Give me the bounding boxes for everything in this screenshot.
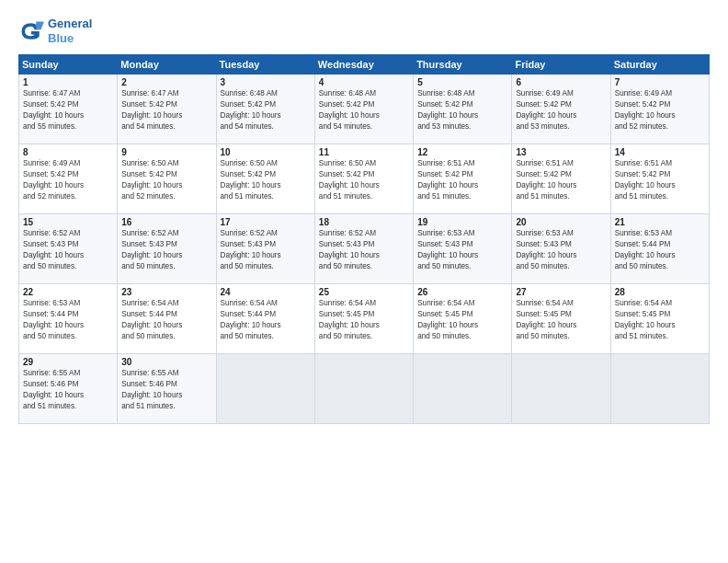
day-number: 3 (221, 77, 311, 87)
day-cell: 25Sunrise: 6:54 AM Sunset: 5:45 PM Dayli… (314, 284, 413, 354)
day-number: 13 (516, 147, 606, 157)
day-cell: 15Sunrise: 6:52 AM Sunset: 5:43 PM Dayli… (19, 214, 118, 284)
day-cell: 18Sunrise: 6:52 AM Sunset: 5:43 PM Dayli… (314, 214, 413, 284)
logo-text: General Blue (48, 17, 92, 45)
col-header-tuesday: Tuesday (216, 55, 314, 75)
day-number: 14 (615, 147, 705, 157)
day-cell: 17Sunrise: 6:52 AM Sunset: 5:43 PM Dayli… (216, 214, 314, 284)
day-info: Sunrise: 6:53 AM Sunset: 5:44 PM Dayligh… (23, 298, 113, 342)
day-number: 27 (516, 287, 606, 297)
day-number: 15 (23, 217, 113, 227)
day-cell: 26Sunrise: 6:54 AM Sunset: 5:45 PM Dayli… (414, 284, 512, 354)
day-number: 29 (23, 357, 113, 367)
day-info: Sunrise: 6:54 AM Sunset: 5:45 PM Dayligh… (615, 298, 705, 342)
day-number: 12 (417, 147, 507, 157)
day-cell: 19Sunrise: 6:53 AM Sunset: 5:43 PM Dayli… (414, 214, 512, 284)
day-info: Sunrise: 6:48 AM Sunset: 5:42 PM Dayligh… (417, 88, 507, 132)
calendar-table: SundayMondayTuesdayWednesdayThursdayFrid… (18, 54, 710, 424)
day-info: Sunrise: 6:55 AM Sunset: 5:46 PM Dayligh… (121, 368, 211, 412)
day-info: Sunrise: 6:54 AM Sunset: 5:44 PM Dayligh… (121, 298, 211, 342)
day-info: Sunrise: 6:50 AM Sunset: 5:42 PM Dayligh… (121, 158, 211, 202)
day-number: 25 (319, 287, 409, 297)
day-cell: 5Sunrise: 6:48 AM Sunset: 5:42 PM Daylig… (414, 75, 512, 144)
day-number: 23 (121, 287, 211, 297)
day-number: 1 (23, 77, 113, 87)
day-number: 4 (319, 77, 409, 87)
day-cell: 29Sunrise: 6:55 AM Sunset: 5:46 PM Dayli… (19, 354, 118, 424)
day-info: Sunrise: 6:51 AM Sunset: 5:42 PM Dayligh… (417, 158, 507, 202)
day-info: Sunrise: 6:54 AM Sunset: 5:44 PM Dayligh… (221, 298, 311, 342)
day-cell: 16Sunrise: 6:52 AM Sunset: 5:43 PM Dayli… (118, 214, 216, 284)
day-number: 5 (417, 77, 507, 87)
week-row-3: 15Sunrise: 6:52 AM Sunset: 5:43 PM Dayli… (19, 214, 710, 284)
day-info: Sunrise: 6:54 AM Sunset: 5:45 PM Dayligh… (417, 298, 507, 342)
day-cell: 22Sunrise: 6:53 AM Sunset: 5:44 PM Dayli… (19, 284, 118, 354)
day-info: Sunrise: 6:54 AM Sunset: 5:45 PM Dayligh… (319, 298, 409, 342)
header-row: SundayMondayTuesdayWednesdayThursdayFrid… (19, 55, 710, 75)
day-number: 11 (319, 147, 409, 157)
day-info: Sunrise: 6:52 AM Sunset: 5:43 PM Dayligh… (319, 228, 409, 272)
col-header-saturday: Saturday (610, 55, 709, 75)
day-cell: 12Sunrise: 6:51 AM Sunset: 5:42 PM Dayli… (414, 144, 512, 214)
day-cell: 7Sunrise: 6:49 AM Sunset: 5:42 PM Daylig… (610, 75, 709, 144)
day-info: Sunrise: 6:49 AM Sunset: 5:42 PM Dayligh… (516, 88, 606, 132)
col-header-friday: Friday (512, 55, 610, 75)
day-info: Sunrise: 6:52 AM Sunset: 5:43 PM Dayligh… (23, 228, 113, 272)
day-info: Sunrise: 6:54 AM Sunset: 5:45 PM Dayligh… (516, 298, 606, 342)
day-cell (610, 354, 709, 424)
day-number: 26 (417, 287, 507, 297)
day-info: Sunrise: 6:53 AM Sunset: 5:43 PM Dayligh… (417, 228, 507, 272)
day-info: Sunrise: 6:48 AM Sunset: 5:42 PM Dayligh… (319, 88, 409, 132)
day-cell: 24Sunrise: 6:54 AM Sunset: 5:44 PM Dayli… (216, 284, 314, 354)
day-number: 9 (121, 147, 211, 157)
day-cell: 9Sunrise: 6:50 AM Sunset: 5:42 PM Daylig… (118, 144, 216, 214)
day-cell: 1Sunrise: 6:47 AM Sunset: 5:42 PM Daylig… (19, 75, 118, 144)
day-cell: 11Sunrise: 6:50 AM Sunset: 5:42 PM Dayli… (314, 144, 413, 214)
day-number: 10 (221, 147, 311, 157)
day-cell: 21Sunrise: 6:53 AM Sunset: 5:44 PM Dayli… (610, 214, 709, 284)
day-info: Sunrise: 6:51 AM Sunset: 5:42 PM Dayligh… (516, 158, 606, 202)
col-header-thursday: Thursday (414, 55, 512, 75)
day-cell (512, 354, 610, 424)
day-number: 19 (417, 217, 507, 227)
day-info: Sunrise: 6:47 AM Sunset: 5:42 PM Dayligh… (23, 88, 113, 132)
day-cell (216, 354, 314, 424)
day-number: 7 (615, 77, 705, 87)
week-row-2: 8Sunrise: 6:49 AM Sunset: 5:42 PM Daylig… (19, 144, 710, 214)
col-header-monday: Monday (118, 55, 216, 75)
day-number: 17 (221, 217, 311, 227)
page: General Blue SundayMondayTuesdayWednesda… (0, 0, 728, 563)
day-cell (314, 354, 413, 424)
day-cell: 6Sunrise: 6:49 AM Sunset: 5:42 PM Daylig… (512, 75, 610, 144)
day-number: 8 (23, 147, 113, 157)
day-cell: 20Sunrise: 6:53 AM Sunset: 5:43 PM Dayli… (512, 214, 610, 284)
day-cell: 10Sunrise: 6:50 AM Sunset: 5:42 PM Dayli… (216, 144, 314, 214)
day-info: Sunrise: 6:47 AM Sunset: 5:42 PM Dayligh… (121, 88, 211, 132)
day-number: 22 (23, 287, 113, 297)
day-info: Sunrise: 6:55 AM Sunset: 5:46 PM Dayligh… (23, 368, 113, 412)
day-number: 18 (319, 217, 409, 227)
day-cell: 30Sunrise: 6:55 AM Sunset: 5:46 PM Dayli… (118, 354, 216, 424)
day-number: 30 (121, 357, 211, 367)
header: General Blue (18, 17, 710, 45)
day-cell (414, 354, 512, 424)
day-info: Sunrise: 6:48 AM Sunset: 5:42 PM Dayligh… (221, 88, 311, 132)
day-cell: 13Sunrise: 6:51 AM Sunset: 5:42 PM Dayli… (512, 144, 610, 214)
day-info: Sunrise: 6:50 AM Sunset: 5:42 PM Dayligh… (221, 158, 311, 202)
day-cell: 23Sunrise: 6:54 AM Sunset: 5:44 PM Dayli… (118, 284, 216, 354)
day-info: Sunrise: 6:52 AM Sunset: 5:43 PM Dayligh… (221, 228, 311, 272)
day-cell: 27Sunrise: 6:54 AM Sunset: 5:45 PM Dayli… (512, 284, 610, 354)
day-number: 28 (615, 287, 705, 297)
day-cell: 2Sunrise: 6:47 AM Sunset: 5:42 PM Daylig… (118, 75, 216, 144)
day-number: 24 (221, 287, 311, 297)
day-info: Sunrise: 6:49 AM Sunset: 5:42 PM Dayligh… (23, 158, 113, 202)
day-number: 21 (615, 217, 705, 227)
logo: General Blue (18, 17, 92, 45)
day-number: 2 (121, 77, 211, 87)
week-row-1: 1Sunrise: 6:47 AM Sunset: 5:42 PM Daylig… (19, 75, 710, 144)
day-info: Sunrise: 6:50 AM Sunset: 5:42 PM Dayligh… (319, 158, 409, 202)
col-header-sunday: Sunday (19, 55, 118, 75)
day-info: Sunrise: 6:53 AM Sunset: 5:44 PM Dayligh… (615, 228, 705, 272)
day-cell: 4Sunrise: 6:48 AM Sunset: 5:42 PM Daylig… (314, 75, 413, 144)
day-info: Sunrise: 6:49 AM Sunset: 5:42 PM Dayligh… (615, 88, 705, 132)
